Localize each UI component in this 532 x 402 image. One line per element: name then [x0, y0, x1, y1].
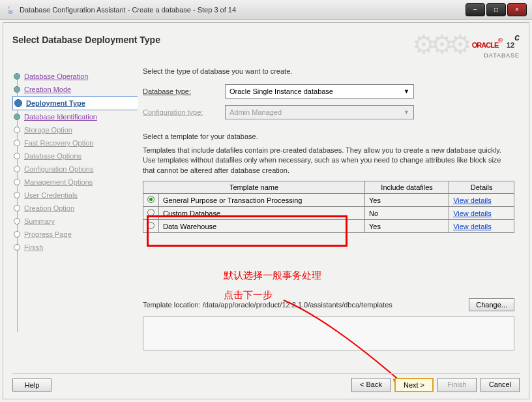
cancel-button[interactable]: Cancel	[480, 378, 520, 392]
annotation-text-1: 默认选择一般事务处理	[224, 270, 321, 282]
wizard-sidebar: Database Operation Creation Mode Deploym…	[12, 67, 138, 354]
sidebar-step-management-options: Management Options	[12, 176, 138, 189]
main-panel: Select the type of database you want to …	[138, 67, 520, 354]
view-details-link[interactable]: View details	[453, 196, 492, 204]
template-description: Templates that include datafiles contain…	[143, 146, 514, 176]
database-type-label: Database type:	[143, 87, 220, 95]
view-details-link[interactable]: View details	[453, 209, 492, 217]
java-icon	[5, 5, 16, 15]
sidebar-step-configuration-options: Configuration Options	[12, 162, 138, 176]
table-row[interactable]: Data Warehouse Yes View details	[143, 220, 514, 233]
database-type-select[interactable]: Oracle Single Instance database ▼	[225, 84, 414, 99]
sidebar-step-storage-option: Storage Option	[12, 123, 138, 136]
sidebar-step-database-options: Database Options	[12, 149, 138, 162]
sidebar-step-database-identification[interactable]: Database Identification	[12, 110, 138, 123]
table-row[interactable]: General Purpose or Transaction Processin…	[143, 194, 514, 207]
oracle-logo: ORACLE® 12c DATABASE	[472, 30, 520, 59]
sidebar-step-deployment-type[interactable]: Deployment Type	[12, 96, 138, 110]
sidebar-step-finish: Finish	[12, 241, 138, 254]
minimize-button[interactable]: −	[466, 3, 485, 16]
console-area	[143, 317, 514, 350]
chevron-down-icon: ▼	[404, 109, 409, 116]
col-details: Details	[449, 181, 514, 194]
template-section-label: Select a template for your database.	[143, 132, 514, 140]
configuration-type-label: Configuration type:	[143, 108, 220, 116]
change-button[interactable]: Change...	[469, 298, 514, 311]
radio-data-warehouse[interactable]	[147, 222, 155, 229]
help-button[interactable]: Help	[12, 379, 52, 392]
radio-custom-database[interactable]	[147, 209, 155, 216]
configuration-type-select: Admin Managed ▼	[225, 105, 414, 119]
sidebar-step-progress-page: Progress Page	[12, 228, 138, 241]
chevron-down-icon: ▼	[404, 88, 409, 95]
col-include-datafiles: Include datafiles	[365, 181, 449, 194]
sidebar-step-user-credentials: User Credentials	[12, 189, 138, 202]
gear-decoration: ⚙⚙⚙	[412, 29, 467, 59]
sidebar-step-creation-mode[interactable]: Creation Mode	[12, 83, 138, 96]
window-title: Database Configuration Assistant - Creat…	[20, 6, 466, 14]
sidebar-step-summary: Summary	[12, 215, 138, 228]
radio-general-purpose[interactable]	[147, 196, 155, 203]
template-location-label: Template location: /data/app/oracle/prod…	[143, 301, 392, 309]
sidebar-step-fast-recovery: Fast Recovery Option	[12, 136, 138, 149]
instruction-text: Select the type of database you want to …	[143, 67, 514, 75]
sidebar-step-creation-option: Creation Option	[12, 202, 138, 215]
table-row[interactable]: Custom Database No View details	[143, 207, 514, 220]
annotation-text-2: 点击下一步	[224, 289, 273, 302]
sidebar-step-database-operation[interactable]: Database Operation	[12, 70, 138, 83]
template-table: Template name Include datafiles Details …	[143, 181, 514, 233]
close-button[interactable]: ×	[507, 3, 527, 16]
titlebar: Database Configuration Assistant - Creat…	[0, 0, 532, 20]
view-details-link[interactable]: View details	[453, 223, 492, 230]
maximize-button[interactable]: □	[486, 3, 506, 16]
back-button[interactable]: < Back	[351, 378, 391, 392]
col-template-name: Template name	[143, 181, 365, 194]
finish-button: Finish	[437, 378, 477, 392]
next-button[interactable]: Next >	[394, 378, 434, 392]
page-title: Select Database Deployment Type	[12, 35, 160, 45]
